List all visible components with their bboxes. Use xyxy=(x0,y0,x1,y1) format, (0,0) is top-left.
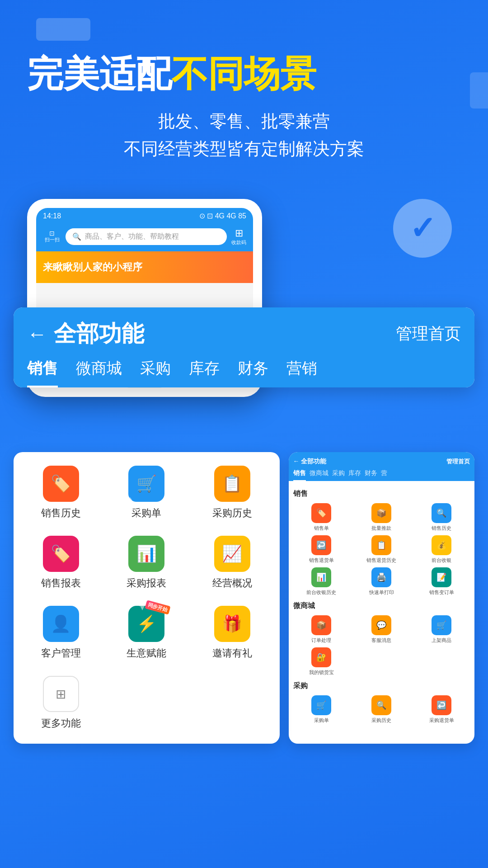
right-mini-panel: ← 全部功能 管理首页 销售 微商城 采购 库存 财务 营 销售 🏷️ 销售单 xyxy=(289,452,474,744)
invite-gift-icon: 🎁 xyxy=(214,606,250,642)
mini-sales-grid: 🏷️ 销售单 📦 批量推款 🔍 销售历史 ↩️ 销售退货单 📋 销售 xyxy=(293,503,470,596)
mini-quick-print-icon: 🖨️ xyxy=(371,567,391,587)
icon-grid: 🏷️ 销售历史 🛒 采购单 📋 采购历史 🏷️ 销售报表 📊 采购报表 xyxy=(23,466,271,730)
mini-cashier-label: 前台收银 xyxy=(432,557,451,564)
mini-batch-push-label: 批量推款 xyxy=(371,525,391,532)
mini-sales-return-hist-icon: 📋 xyxy=(371,535,391,555)
mini-section-micro: 微商城 xyxy=(293,601,470,611)
scan-label: 扫一扫 xyxy=(43,236,61,243)
invite-gift-label: 邀请有礼 xyxy=(212,646,252,660)
panel-tabs: 销售 微商城 采购 库存 财务 营销 xyxy=(27,358,461,387)
list-item: 💰 前台收银 xyxy=(413,535,470,564)
purchase-report-icon: 📊 xyxy=(128,536,164,572)
search-placeholder: 商品、客户、功能、帮助教程 xyxy=(85,232,179,241)
mini-pur-hist-label: 采购历史 xyxy=(371,717,391,724)
phone-time: 14:18 xyxy=(43,212,61,220)
hero-subtitle: 批发、零售、批零兼营 不同经营类型皆有定制解决方案 xyxy=(27,108,461,163)
mini-cashier-hist-label: 前台收银历史 xyxy=(306,589,336,596)
tab-purchase[interactable]: 采购 xyxy=(140,358,171,387)
panel-header: ← 全部功能 管理首页 销售 微商城 采购 库存 财务 营销 xyxy=(14,307,474,387)
list-item: ↩️ 销售退货单 xyxy=(293,535,350,564)
search-input-mock: 🔍 商品、客户、功能、帮助教程 xyxy=(66,228,227,245)
mini-lock-goods-icon: 🔐 xyxy=(311,647,331,667)
mini-customer-msg-icon: 💬 xyxy=(371,615,391,635)
mini-sales-return-icon: ↩️ xyxy=(311,535,331,555)
mini-sales-order-conv-label: 销售变订单 xyxy=(429,589,454,596)
mini-sales-hist-icon: 🔍 xyxy=(432,503,451,523)
mini-sales-order-icon: 🏷️ xyxy=(311,503,331,523)
scan-icon: ⊡ 扫一扫 xyxy=(43,230,61,243)
panel-title-row: ← 全部功能 管理首页 xyxy=(27,319,461,358)
mini-list-goods-icon: 🛒 xyxy=(432,615,451,635)
hero-title: 完美适配 不同场景 xyxy=(27,54,461,94)
badge-overlay: 同步开始 xyxy=(145,600,171,614)
phone-search-bar: ⊡ 扫一扫 🔍 商品、客户、功能、帮助教程 ⊞ 收款码 xyxy=(36,224,253,251)
hero-title-yellow: 不同场景 xyxy=(172,54,316,94)
phone-icons: ⊙ ⊡ 4G 4G 85 xyxy=(199,212,246,220)
hero-subtitle-line2: 不同经营类型皆有定制解决方案 xyxy=(27,135,461,163)
mini-tab-inventory[interactable]: 库存 xyxy=(348,469,361,481)
tab-inventory[interactable]: 库存 xyxy=(189,358,220,387)
purchase-order-icon: 🛒 xyxy=(128,466,164,502)
mini-manage-link[interactable]: 管理首页 xyxy=(446,458,470,466)
qr-label: 收款码 xyxy=(231,239,246,246)
purchase-report-label: 采购报表 xyxy=(127,576,166,590)
hero-title-white: 完美适配 xyxy=(27,54,172,94)
mini-tab-micro[interactable]: 微商城 xyxy=(310,469,328,481)
list-item: 📋 销售退货历史 xyxy=(353,535,410,564)
qr-icon-box: ⊞ 收款码 xyxy=(231,227,246,246)
list-item: 📦 批量推款 xyxy=(353,503,410,532)
tab-finance[interactable]: 财务 xyxy=(238,358,268,387)
list-item: 🎁 邀请有礼 xyxy=(194,606,271,660)
tab-sales[interactable]: 销售 xyxy=(27,358,58,387)
mini-tab-purchase[interactable]: 采购 xyxy=(332,469,345,481)
mini-back-link[interactable]: ← 全部功能 xyxy=(293,458,327,466)
mini-order-proc-icon: 📦 xyxy=(311,615,331,635)
business-overview-icon: 📈 xyxy=(214,536,250,572)
hero-section: 完美适配 不同场景 批发、零售、批零兼营 不同经营类型皆有定制解决方案 xyxy=(27,54,461,163)
checkmark-icon: ✓ xyxy=(409,210,436,247)
list-item: 🏷️ 销售历史 xyxy=(23,466,99,520)
mini-cashier-icon: 💰 xyxy=(432,535,451,555)
mini-tab-finance[interactable]: 财务 xyxy=(365,469,377,481)
mini-pur-hist-icon: 🔍 xyxy=(371,695,391,715)
bottom-section: 🏷️ 销售历史 🛒 采购单 📋 采购历史 🏷️ 销售报表 📊 采购报表 xyxy=(14,452,474,744)
mini-sales-order-label: 销售单 xyxy=(314,525,329,532)
list-item: 🔐 我的锁货宝 xyxy=(293,647,350,676)
mini-sales-order-conv-icon: 📝 xyxy=(432,567,451,587)
mini-sales-return-label: 销售退货单 xyxy=(309,557,334,564)
left-icon-panel: 🏷️ 销售历史 🛒 采购单 📋 采购历史 🏷️ 销售报表 📊 采购报表 xyxy=(14,452,280,744)
mini-sales-hist-label: 销售历史 xyxy=(432,525,451,532)
phone-banner: 来瞅瞅别人家的小程序 xyxy=(36,251,253,283)
tab-micro-mall[interactable]: 微商城 xyxy=(76,358,122,387)
more-functions-item[interactable]: ⊞ 更多功能 xyxy=(23,676,99,730)
list-item: 🛒 上架商品 xyxy=(413,615,470,644)
list-item: 📊 前台收银历史 xyxy=(293,567,350,596)
mini-section-purchase: 采购 xyxy=(293,681,470,691)
list-item: ⚡ 同步开始 生意赋能 xyxy=(108,606,185,660)
purchase-history-label: 采购历史 xyxy=(212,506,252,520)
phone-status-bar: 14:18 ⊙ ⊡ 4G 4G 85 xyxy=(36,208,253,224)
mini-tab-marketing[interactable]: 营 xyxy=(381,469,387,481)
sales-history-icon: 🏷️ xyxy=(43,466,79,502)
tab-marketing[interactable]: 营销 xyxy=(286,358,317,387)
list-item: 💬 客服消息 xyxy=(353,615,410,644)
mini-purchase-grid: 🛒 采购单 🔍 采购历史 ↩️ 采购退货单 xyxy=(293,695,470,724)
list-item: 🛒 采购单 xyxy=(293,695,350,724)
phone-banner-text: 来瞅瞅别人家的小程序 xyxy=(43,261,142,273)
sales-report-icon: 🏷️ xyxy=(43,536,79,572)
list-item: 🖨️ 快速单打印 xyxy=(353,567,410,596)
mini-list-goods-label: 上架商品 xyxy=(432,637,451,644)
list-item: 📋 采购历史 xyxy=(194,466,271,520)
manage-home-link[interactable]: 管理首页 xyxy=(396,323,461,345)
mini-tab-sales[interactable]: 销售 xyxy=(293,469,306,481)
biz-empower-label: 生意赋能 xyxy=(127,646,166,660)
sales-history-label: 销售历史 xyxy=(41,506,81,520)
back-arrow-icon[interactable]: ← xyxy=(27,323,47,345)
list-item: 🏷️ 销售单 xyxy=(293,503,350,532)
mini-pur-return-icon: ↩️ xyxy=(432,695,451,715)
mini-customer-msg-label: 客服消息 xyxy=(371,637,391,644)
list-item: 🛒 采购单 xyxy=(108,466,185,520)
hero-subtitle-line1: 批发、零售、批零兼营 xyxy=(27,108,461,135)
mini-section-sales: 销售 xyxy=(293,489,470,499)
